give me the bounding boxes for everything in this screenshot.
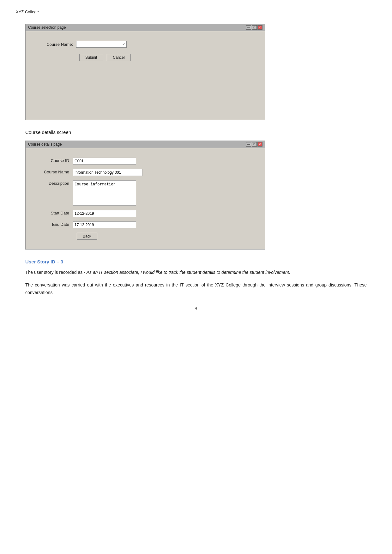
course-name-details-label: Course Name [38,169,73,174]
course-details-window: Course details page — □ ✕ Course ID Cour… [25,141,265,250]
course-name-details-row: Course Name [38,169,252,176]
course-id-label: Course ID [38,158,73,163]
start-date-row: Start Date [38,210,252,217]
start-date-label: Start Date [38,210,73,215]
window1-body: Course Name: ✓ Submit Cancel [26,31,265,120]
back-button[interactable]: Back [77,233,97,240]
page-number: 4 [16,306,376,310]
page-header: XYZ College [16,9,376,14]
course-name-select[interactable]: ✓ [76,41,127,48]
course-name-row: Course Name: ✓ [38,41,252,48]
form-actions: Submit Cancel [79,54,252,61]
window2-close-button[interactable]: ✕ [257,142,262,147]
user-story-title: User Story ID – 3 [25,259,367,264]
window2-titlebar: Course details page — □ ✕ [26,141,265,148]
course-id-row: Course ID [38,158,252,165]
course-selection-window: Course selection page — □ ✕ Course Name:… [25,24,265,120]
description-row: Description [38,180,252,206]
course-id-input[interactable] [73,158,136,165]
course-name-label: Course Name: [38,42,76,47]
course-name-details-input[interactable] [73,169,142,176]
window1-maximize-button[interactable]: □ [252,25,257,30]
window1-controls: — □ ✕ [246,25,262,30]
window2-maximize-button[interactable]: □ [252,142,257,147]
section-heading: Course details screen [25,129,376,135]
start-date-input[interactable] [73,210,136,217]
window1-title: Course selection page [28,25,66,30]
end-date-label: End Date [38,221,73,227]
dropdown-chevron-icon: ✓ [122,42,125,46]
end-date-row: End Date [38,221,252,228]
paragraph1-italic: As an IT section associate, I would like… [87,270,290,275]
window2-controls: — □ ✕ [246,142,262,147]
window1-close-button[interactable]: ✕ [257,25,262,30]
window2-minimize-button[interactable]: — [246,142,251,147]
user-story-section: User Story ID – 3 The user story is reco… [16,259,376,296]
end-date-input[interactable] [73,221,136,228]
description-label: Description [38,180,73,186]
window2-title: Course details page [28,142,62,147]
cancel-button[interactable]: Cancel [107,54,130,61]
user-story-paragraph1: The user story is recorded as - As an IT… [25,269,367,276]
college-name: XYZ College [16,9,39,14]
user-story-paragraph2: The conversation was carried out with th… [25,281,367,297]
window1-titlebar: Course selection page — □ ✕ [26,24,265,31]
back-action-row: Back [77,233,252,240]
paragraph1-prefix: The user story is recorded as - [25,270,87,275]
window1-minimize-button[interactable]: — [246,25,251,30]
submit-button[interactable]: Submit [79,54,103,61]
description-textarea[interactable] [73,180,136,206]
window2-body: Course ID Course Name Description Start … [26,148,265,249]
